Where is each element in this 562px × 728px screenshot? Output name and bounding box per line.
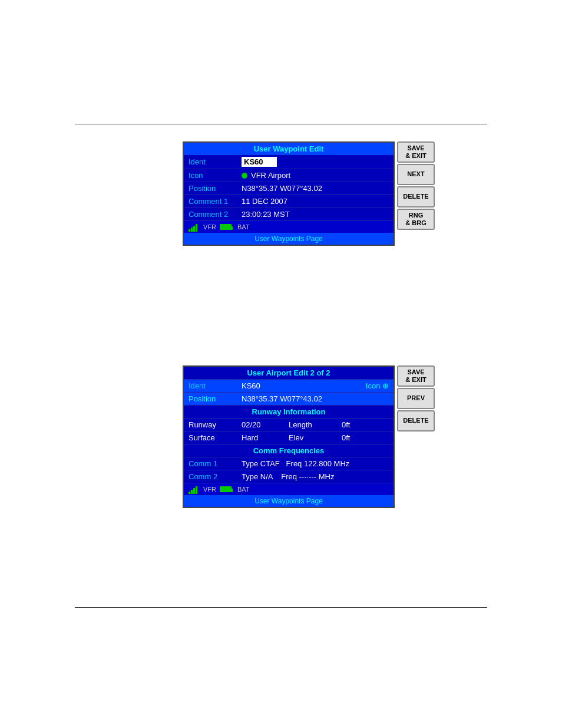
panel1-icon-value: VFR Airport <box>251 171 290 180</box>
panel2-comm1-label: Comm 1 <box>189 459 242 468</box>
panel2-runway-label: Runway <box>189 420 242 429</box>
panel2-runway-row: Runway 02/20 Length 0ft <box>184 419 394 431</box>
prev-button[interactable]: PREV <box>397 388 435 409</box>
panel1-title: User Waypoint Edit <box>184 143 394 155</box>
panel2-comm1-value: Type CTAF Freq 122.800 MHz <box>242 459 349 468</box>
panel1-position-label: Position <box>189 184 242 193</box>
delete-button[interactable]: DELETE <box>397 186 435 207</box>
panel1-comment2-value: 23:00:23 MST <box>242 210 290 219</box>
panel2-ident-value: KS60 <box>242 381 260 390</box>
panel1-page-label: User Waypoints Page <box>184 233 394 245</box>
panel2-icon-label: Icon ⊕ <box>260 381 389 390</box>
panel2-buttons: SAVE & EXIT PREV DELETE <box>397 365 435 431</box>
panel2-page-label: User Waypoints Page <box>184 495 394 507</box>
page: User Waypoint Edit Ident KS60 Icon VFR A… <box>0 0 562 728</box>
panel2-status-bar: VFR BAT <box>184 483 394 495</box>
panel2-position-label: Position <box>189 394 242 403</box>
panel2-position-row: Position N38°35.37 W077°43.02 <box>184 393 394 406</box>
panel2-comm2-label: Comm 2 <box>189 472 242 481</box>
panel2-surface-label: Surface <box>189 433 242 442</box>
panel2-surface-row: Surface Hard Elev 0ft <box>184 431 394 444</box>
panel2-comm2-value: Type N/A Freq ---·--- MHz <box>242 472 334 481</box>
panel2-length-label: Length <box>289 420 342 429</box>
panel1-position-value: N38°35.37 W077°43.02 <box>242 184 322 193</box>
delete-button-2[interactable]: DELETE <box>397 410 435 431</box>
save-exit-button[interactable]: SAVE & EXIT <box>397 141 435 163</box>
vfr-label-2: VFR <box>203 486 216 493</box>
panel1-icon-row: Icon VFR Airport <box>184 169 394 182</box>
battery-icon-2 <box>220 486 232 492</box>
panel1-comment1-label: Comment 1 <box>189 197 242 206</box>
panel2-position-value: N38°35.37 W077°43.02 <box>242 394 322 403</box>
battery-icon <box>220 224 232 230</box>
panel1-ident-value[interactable]: KS60 <box>242 157 277 167</box>
panel2-screen: User Airport Edit 2 of 2 Ident KS60 Icon… <box>183 365 395 508</box>
panel1-icon-dot <box>242 173 247 179</box>
bat-label-2: BAT <box>237 486 250 493</box>
panel2-comm1-row: Comm 1 Type CTAF Freq 122.800 MHz <box>184 457 394 470</box>
panel2-ident-row: Ident KS60 Icon ⊕ <box>184 380 394 393</box>
panel2-runway-value: 02/20 <box>242 420 261 429</box>
panel2-comm2-row: Comm 2 Type N/A Freq ---·--- MHz <box>184 470 394 483</box>
panel2-comm-section: Comm Frequencies <box>184 444 394 457</box>
panel2-wrapper: User Airport Edit 2 of 2 Ident KS60 Icon… <box>183 365 435 508</box>
rng-brg-button[interactable]: RNG & BRG <box>397 209 435 230</box>
panel2-runway-section: Runway Information <box>184 406 394 419</box>
panel1-icon-label: Icon <box>189 171 242 180</box>
bottom-divider <box>75 607 487 608</box>
panel1-comment1-value: 11 DEC 2007 <box>242 197 287 206</box>
panel1-ident-label: Ident <box>189 157 242 166</box>
panel1-position-row: Position N38°35.37 W077°43.02 <box>184 182 394 195</box>
signal-icon <box>189 222 197 232</box>
panel2-elev-label: Elev <box>289 433 342 442</box>
panel2-surface-value: Hard <box>242 433 258 442</box>
next-button[interactable]: NEXT <box>397 164 435 185</box>
vfr-label: VFR <box>203 223 216 230</box>
panel1-comment2-label: Comment 2 <box>189 210 242 219</box>
panel1-comment2-row: Comment 2 23:00:23 MST <box>184 208 394 221</box>
panel2-title: User Airport Edit 2 of 2 <box>184 367 394 380</box>
panel1-comment1-row: Comment 1 11 DEC 2007 <box>184 195 394 208</box>
panel1-buttons: SAVE & EXIT NEXT DELETE RNG & BRG <box>397 141 435 230</box>
signal-icon-2 <box>189 485 197 494</box>
panel2-ident-label: Ident <box>189 381 242 390</box>
bat-label: BAT <box>237 223 250 230</box>
save-exit-button-2[interactable]: SAVE & EXIT <box>397 365 435 387</box>
panel1-status-bar: VFR BAT <box>184 221 394 233</box>
panel2-elev-value: 0ft <box>342 433 350 442</box>
panel1-wrapper: User Waypoint Edit Ident KS60 Icon VFR A… <box>183 141 435 246</box>
panel1-screen: User Waypoint Edit Ident KS60 Icon VFR A… <box>183 141 395 246</box>
panel2-length-value: 0ft <box>342 420 350 429</box>
panel1-ident-row: Ident KS60 <box>184 155 394 169</box>
top-divider <box>75 124 487 124</box>
